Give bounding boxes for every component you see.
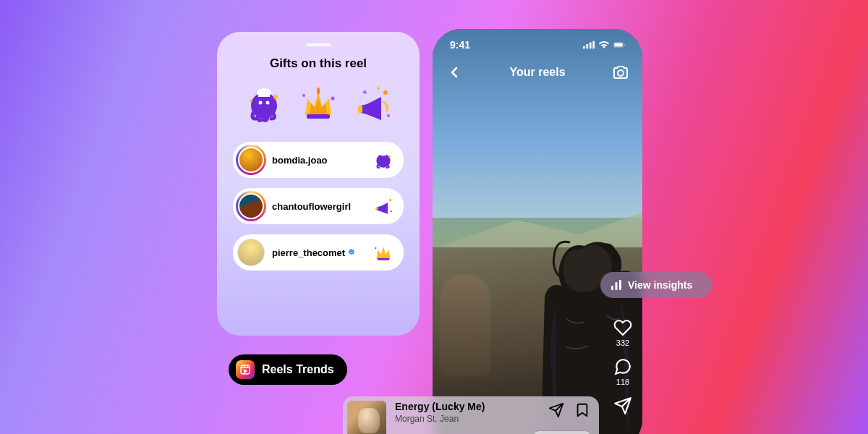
svg-point-16 — [388, 156, 391, 158]
svg-rect-22 — [241, 365, 250, 374]
gift-icon-row — [233, 82, 404, 126]
camera-icon[interactable] — [612, 64, 629, 81]
bar-chart-icon — [610, 279, 622, 291]
comment-count: 118 — [616, 378, 629, 386]
gifter-row[interactable]: chantouflowergirl — [233, 188, 404, 224]
svg-point-12 — [387, 114, 390, 117]
svg-rect-29 — [624, 44, 625, 46]
reel-video[interactable] — [433, 29, 642, 434]
reels-logo-icon — [236, 360, 255, 379]
svg-point-19 — [391, 210, 392, 212]
svg-point-9 — [331, 97, 334, 101]
svg-point-2 — [266, 101, 270, 105]
svg-point-11 — [383, 90, 388, 95]
sheet-grabber[interactable] — [306, 43, 331, 46]
svg-point-30 — [618, 70, 624, 76]
audio-info: Energy (Lucky Me) Morgan St. Jean — [395, 401, 540, 424]
svg-point-8 — [302, 94, 305, 97]
gifter-username: chantouflowergirl — [272, 201, 363, 212]
svg-rect-28 — [614, 43, 623, 46]
svg-rect-10 — [358, 106, 362, 113]
share-icon[interactable] — [548, 402, 564, 418]
svg-rect-24 — [586, 44, 588, 48]
svg-rect-17 — [375, 207, 378, 210]
gifter-list: bomdia.joao chantouflowergirl pierre_the… — [233, 142, 404, 271]
gifter-username: bomdia.joao — [272, 155, 363, 166]
svg-rect-25 — [590, 42, 592, 48]
cellular-signal-icon — [583, 41, 595, 49]
avatar — [237, 146, 265, 174]
comment-button[interactable]: 118 — [613, 357, 632, 386]
svg-point-15 — [380, 152, 387, 156]
use-audio-button[interactable]: Use Audio — [532, 430, 592, 434]
status-time: 9:41 — [450, 39, 470, 51]
svg-point-21 — [375, 247, 376, 249]
gifter-gift-icon — [370, 239, 396, 265]
audio-album-art — [347, 401, 386, 434]
like-count: 332 — [616, 339, 629, 347]
avatar — [237, 192, 265, 220]
gift-megaphone-icon[interactable] — [351, 82, 394, 126]
share-button[interactable] — [613, 396, 632, 415]
gifter-row[interactable]: pierre_thecomet — [233, 234, 404, 271]
back-chevron-icon[interactable] — [446, 64, 463, 81]
gifter-username: pierre_thecomet — [272, 247, 363, 258]
phone-mockup: 9:41 Your reels 332 118 — [433, 29, 642, 434]
audio-artist: Morgan St. Jean — [395, 414, 540, 424]
reel-header: Your reels — [433, 64, 642, 81]
reel-header-title: Your reels — [509, 66, 565, 79]
gifter-gift-icon — [370, 193, 396, 219]
svg-rect-4 — [258, 95, 270, 97]
gifter-row[interactable]: bomdia.joao — [233, 142, 404, 178]
svg-rect-26 — [592, 41, 595, 49]
gifts-title: Gifts on this reel — [233, 56, 404, 71]
svg-rect-31 — [611, 286, 613, 290]
gifter-gift-icon — [370, 147, 396, 173]
wifi-icon — [598, 41, 610, 49]
reels-trends-label: Reels Trends — [262, 363, 334, 376]
gift-octopus-chef-icon[interactable] — [242, 82, 286, 126]
audio-card[interactable]: Energy (Lucky Me) Morgan St. Jean Use Au… — [343, 396, 599, 434]
view-insights-label: View insights — [628, 279, 692, 291]
svg-point-6 — [250, 99, 252, 102]
view-insights-button[interactable]: View insights — [600, 272, 712, 298]
svg-point-1 — [259, 101, 263, 105]
svg-rect-20 — [378, 258, 390, 260]
svg-point-13 — [377, 87, 380, 90]
like-button[interactable]: 332 — [613, 318, 632, 347]
svg-rect-32 — [616, 282, 618, 290]
svg-point-5 — [273, 95, 278, 99]
reel-action-rail: 332 118 — [613, 318, 632, 415]
status-bar: 9:41 — [433, 39, 642, 51]
bookmark-icon[interactable] — [574, 402, 590, 418]
avatar — [237, 239, 265, 266]
svg-point-18 — [389, 199, 391, 201]
verified-badge-icon — [347, 248, 356, 257]
battery-icon — [613, 41, 625, 49]
gift-fire-crown-icon[interactable] — [297, 82, 340, 126]
svg-rect-7 — [307, 114, 330, 119]
gifts-sheet: Gifts on this reel bomdia.joao chantoufl… — [217, 32, 420, 336]
reels-trends-pill[interactable]: Reels Trends — [229, 354, 347, 385]
audio-title: Energy (Lucky Me) — [395, 401, 540, 412]
svg-rect-33 — [619, 280, 621, 290]
svg-rect-23 — [583, 46, 585, 49]
